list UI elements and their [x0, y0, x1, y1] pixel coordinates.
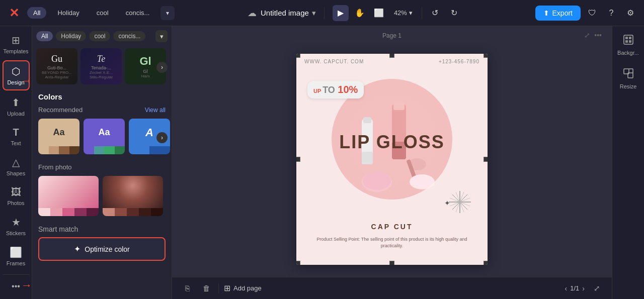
font-cards-row: Gu Guti-Bo... BEYOND PRO... Anta-Regular…: [32, 46, 172, 88]
photo-card-2-preview: [103, 176, 163, 208]
from-photo-label: From photo: [38, 163, 71, 171]
optimize-color-button[interactable]: ✦ Optimize color: [38, 237, 166, 261]
sidebar-item-shapes[interactable]: △ Shapes: [3, 152, 30, 180]
handle-ml[interactable]: [296, 157, 300, 162]
right-panel-resize[interactable]: Resize: [615, 64, 642, 93]
templates-label: Templates: [3, 48, 28, 54]
duplicate-page-button[interactable]: ⎘: [180, 281, 194, 295]
next-page-button[interactable]: ›: [582, 284, 585, 292]
help-button[interactable]: ?: [604, 6, 619, 21]
font-card-2[interactable]: Te Tenada-... Zocbel X-E... Stilu-Regula…: [80, 48, 122, 84]
tags-dropdown[interactable]: ▾: [160, 6, 175, 20]
ftag-holiday[interactable]: Holiday: [56, 31, 86, 41]
swatch: [115, 146, 125, 154]
ftag-cool[interactable]: cool: [89, 31, 110, 41]
hand-tool[interactable]: ✋: [352, 5, 368, 21]
frames-icon: ⬜: [10, 246, 22, 258]
handle-bl[interactable]: [296, 261, 300, 265]
from-photo-row: From photo: [32, 161, 172, 173]
color-card-1[interactable]: Aa: [38, 119, 79, 154]
font-tags-more[interactable]: ▾: [155, 30, 168, 42]
color-cards-next[interactable]: ›: [156, 132, 168, 143]
frame-tool[interactable]: ⬜: [371, 5, 387, 21]
delete-page-button[interactable]: 🗑: [199, 281, 213, 295]
font-card-3-sub1: Ham: [141, 74, 150, 78]
font-card-3-text: Gl: [139, 55, 151, 68]
resize-icon: [623, 68, 634, 81]
title-dropdown-icon[interactable]: ▾: [312, 9, 316, 18]
sidebar-item-frames[interactable]: ⬜ Frames: [3, 242, 30, 270]
color-card-1-preview: Aa: [38, 119, 79, 146]
handle-mr[interactable]: [484, 157, 488, 162]
swatch: [87, 208, 99, 216]
lip-gloss-title: LIP GLOSS: [296, 132, 488, 153]
star-deco: [447, 189, 472, 215]
zoom-control[interactable]: 42% ▾: [390, 7, 417, 19]
font-card-1[interactable]: Gu Guti-Bo... BEYOND PRO... Anta-Regular: [36, 48, 77, 84]
sidebar-item-more[interactable]: •••: [3, 278, 30, 295]
ftag-all[interactable]: All: [36, 31, 53, 41]
select-tool[interactable]: ▶: [333, 5, 349, 21]
canvas-workspace[interactable]: Page 1 ⤢ ••• WWW. CAPCUT. COM: [172, 26, 612, 277]
sidebar-item-design[interactable]: ⬡ Design: [3, 60, 30, 90]
zoom-value: 42%: [394, 9, 407, 17]
font-cards-next[interactable]: ›: [156, 62, 168, 73]
ftag-concise[interactable]: concis...: [113, 31, 145, 41]
handle-tr[interactable]: [484, 54, 488, 58]
color-card-2[interactable]: Aa: [84, 119, 125, 154]
tag-holiday[interactable]: Holiday: [51, 7, 85, 19]
svg-point-9: [363, 172, 391, 190]
page-more-icon[interactable]: •••: [594, 31, 602, 39]
handle-bm[interactable]: [389, 261, 394, 265]
font-card-2-text: Te: [97, 54, 105, 64]
photo-card-1[interactable]: [38, 176, 99, 216]
swatch: [127, 208, 139, 216]
toolbar-tools: ▶ ✋ ⬜ 42% ▾ ↺ ↻: [333, 5, 462, 21]
page-expand-icon[interactable]: ⤢: [584, 31, 590, 39]
tag-concise[interactable]: concis...: [120, 7, 156, 19]
undo-button[interactable]: ↺: [427, 5, 443, 21]
handle-tm[interactable]: [389, 54, 394, 58]
svg-point-11: [411, 174, 434, 187]
svg-rect-4: [363, 117, 371, 123]
doc-title-text: Untitled image: [261, 9, 309, 17]
sidebar-item-stickers[interactable]: ★ Stickers: [3, 212, 30, 240]
colors-section-title: Colors: [32, 88, 172, 104]
logo[interactable]: ✕: [6, 5, 22, 21]
add-page-button[interactable]: ⊞ Add page: [224, 283, 262, 293]
sidebar-item-photos[interactable]: 🖼 Photos: [3, 182, 30, 210]
tag-all[interactable]: All: [27, 7, 46, 19]
add-page-label: Add page: [233, 284, 262, 292]
swatch: [59, 146, 69, 154]
sidebar-item-upload[interactable]: ⬆ Upload: [3, 92, 30, 121]
swatch: [62, 208, 74, 216]
handle-br[interactable]: [484, 261, 488, 265]
sidebar-item-templates[interactable]: ⊞ Templates: [3, 30, 30, 58]
background-icon: [623, 34, 634, 48]
photo-card-2[interactable]: [103, 176, 163, 216]
shield-button[interactable]: 🛡: [585, 6, 600, 21]
shapes-label: Shapes: [7, 170, 25, 176]
settings-button[interactable]: ⚙: [623, 6, 638, 21]
photo-card-2-swatches: [103, 208, 163, 216]
swatch: [50, 208, 62, 216]
page-nav: ‹ 1/1 › ⤢: [565, 281, 604, 295]
swatch: [151, 208, 163, 216]
redo-button[interactable]: ↻: [446, 5, 462, 21]
swatch: [49, 146, 59, 154]
fullscreen-button[interactable]: ⤢: [590, 281, 604, 295]
tag-cool[interactable]: cool: [91, 7, 115, 19]
photos-label: Photos: [7, 200, 24, 206]
product-illustration: [321, 94, 462, 225]
right-panel-background[interactable]: Backgr...: [615, 30, 642, 60]
export-button[interactable]: ⬆ Export: [535, 6, 581, 21]
recommended-row: Recommended View all: [32, 104, 172, 116]
font-card-2-sub1: Zocbel X-E...: [90, 70, 113, 75]
handle-tl[interactable]: [296, 54, 300, 58]
design-canvas[interactable]: WWW. CAPCUT. COM +123-456-7890 UP TO 10%: [296, 54, 488, 265]
color-card-3-swatches: [129, 146, 170, 154]
prev-page-button[interactable]: ‹: [565, 284, 568, 292]
sidebar-item-text[interactable]: T Text: [3, 123, 30, 150]
view-all-button[interactable]: View all: [145, 107, 166, 114]
export-label: Export: [552, 9, 573, 17]
